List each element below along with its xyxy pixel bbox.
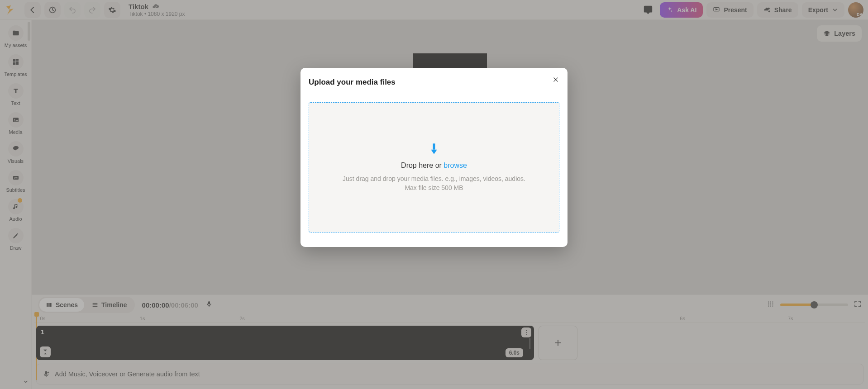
svg-rect-32 xyxy=(433,143,435,149)
download-arrow-icon xyxy=(429,142,439,157)
drop-prefix: Drop here or xyxy=(401,161,444,169)
modal-overlay[interactable]: Upload your media files Drop here or bro… xyxy=(0,0,868,389)
upload-modal: Upload your media files Drop here or bro… xyxy=(300,68,568,247)
dropzone-hint: Just drag and drop your media files. e.g… xyxy=(343,174,525,193)
hint-line2: Max file size 500 MB xyxy=(405,184,463,191)
modal-close-button[interactable] xyxy=(550,74,561,85)
hint-line1: Just drag and drop your media files. e.g… xyxy=(343,175,525,182)
modal-title: Upload your media files xyxy=(309,78,559,87)
browse-link[interactable]: browse xyxy=(444,161,467,169)
upload-dropzone[interactable]: Drop here or browse Just drag and drop y… xyxy=(309,102,559,232)
dropzone-main-text: Drop here or browse xyxy=(401,161,467,170)
